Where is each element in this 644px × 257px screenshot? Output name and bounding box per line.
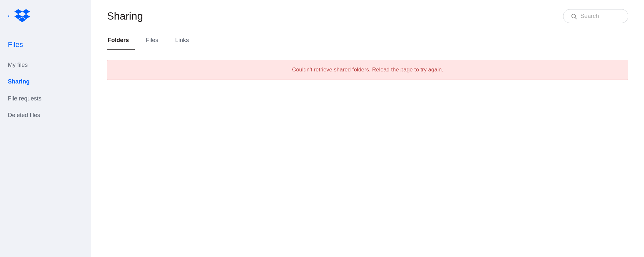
main-content: Sharing Search Folders Files Links Could… <box>91 0 644 257</box>
svg-line-6 <box>575 17 577 19</box>
sidebar-header: ‹ <box>0 0 91 30</box>
search-icon <box>571 13 577 20</box>
search-input-label: Search <box>580 13 599 20</box>
sidebar-item-deleted-files[interactable]: Deleted files <box>0 107 91 124</box>
content-area: Couldn't retrieve shared folders. Reload… <box>91 49 644 257</box>
back-arrow[interactable]: ‹ <box>8 13 10 19</box>
error-banner: Couldn't retrieve shared folders. Reload… <box>107 60 628 80</box>
tab-folders[interactable]: Folders <box>107 33 135 50</box>
sidebar-item-file-requests[interactable]: File requests <box>0 90 91 107</box>
sidebar-nav: My files Sharing File requests Deleted f… <box>0 54 91 127</box>
sidebar-files-label[interactable]: Files <box>0 30 91 54</box>
page-title: Sharing <box>107 10 143 22</box>
dropbox-logo <box>14 9 30 22</box>
error-message: Couldn't retrieve shared folders. Reload… <box>292 67 443 73</box>
topbar: Sharing Search <box>91 0 644 30</box>
tab-links[interactable]: Links <box>175 33 195 50</box>
sidebar-item-sharing[interactable]: Sharing <box>0 73 91 90</box>
sidebar-item-my-files[interactable]: My files <box>0 57 91 73</box>
sidebar: ‹ Files My files Sharing File requests D… <box>0 0 91 257</box>
search-bar[interactable]: Search <box>563 9 628 23</box>
svg-marker-1 <box>22 9 30 14</box>
svg-marker-0 <box>14 9 22 14</box>
tab-files[interactable]: Files <box>145 33 164 50</box>
tabs-container: Folders Files Links <box>91 32 644 49</box>
